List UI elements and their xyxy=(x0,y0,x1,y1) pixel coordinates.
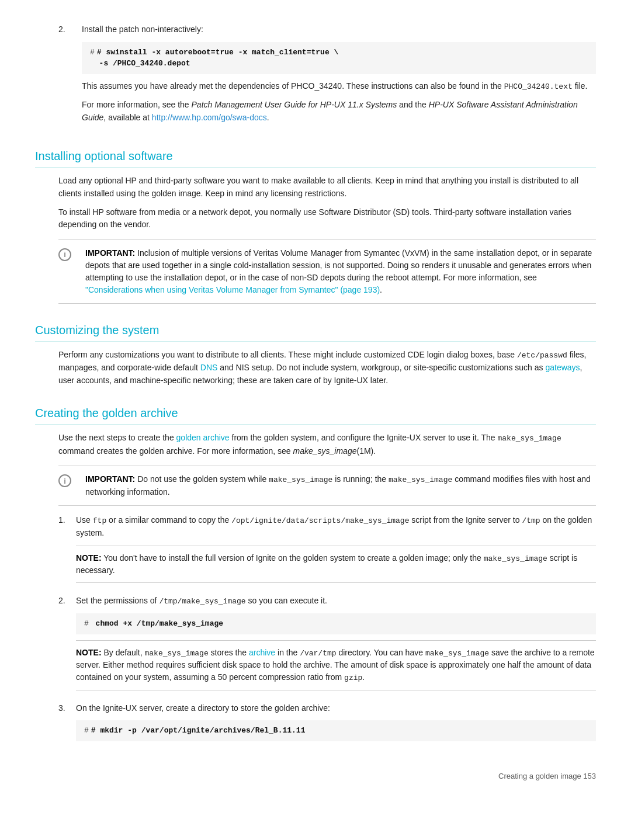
golden-step3: 3. On the Ignite-UX server, create a dir… xyxy=(58,702,596,747)
tmp-make-sys-image-code: /tmp/make_sys_image xyxy=(159,597,245,606)
footer-text: Creating a golden image 153 xyxy=(498,770,596,782)
golden-step2-code: # chmod +x /tmp/make_sys_image xyxy=(76,613,596,634)
step2-para2: For more information, see the Patch Mana… xyxy=(82,99,596,124)
step2-code-line1: # swinstall -x autoreboot=true -x match_… xyxy=(97,47,338,58)
info-circle-icon-2: i xyxy=(58,474,71,487)
hash-symbol: # xyxy=(90,48,95,57)
golden-step1: 1. Use ftp or a similar command to copy … xyxy=(58,514,596,589)
gzip-code: gzip xyxy=(344,674,362,682)
mkdir-code: # mkdir -p /var/opt/ignite/archives/Rel_… xyxy=(91,726,306,735)
golden-note2-text: By default, make_sys_image stores the ar… xyxy=(76,648,595,682)
golden-step3-content: On the Ignite-UX server, create a direct… xyxy=(76,702,596,747)
step2-para1: This assumes you have already met the de… xyxy=(82,80,596,93)
scripts-path-code: /opt/ignite/data/scripts/make_sys_image xyxy=(231,516,409,525)
golden-step3-text: On the Ignite-UX server, create a direct… xyxy=(76,702,596,715)
golden-step3-num: 3. xyxy=(58,702,76,747)
golden-step2-content: Set the permissions of /tmp/make_sys_ima… xyxy=(76,595,596,696)
golden-content: Use the next steps to create the golden … xyxy=(58,432,596,747)
golden-archive-link[interactable]: golden archive xyxy=(176,433,230,442)
golden-step3-code: ## mkdir -p /var/opt/ignite/archives/Rel… xyxy=(76,720,596,741)
important-icon-installing: i xyxy=(58,248,79,261)
archive-link[interactable]: archive xyxy=(249,648,275,657)
make-sys-image-italic: make_sys_image xyxy=(293,446,357,456)
dns-link[interactable]: DNS xyxy=(200,363,218,372)
hash-symbol-3: # xyxy=(84,726,89,735)
step2-number: 2. xyxy=(58,23,82,130)
patch-mgmt-guide: Patch Management User Guide for HP-UX 11… xyxy=(192,100,397,109)
important-icon-golden: i xyxy=(58,474,79,487)
golden-step1-content: Use ftp or a similar command to copy the… xyxy=(76,514,596,589)
installing-para2: To install HP software from media or a n… xyxy=(58,206,596,231)
step2-content: Install the patch non-interactively: ## … xyxy=(82,23,596,130)
customizing-para1: Perform any customizations you want to d… xyxy=(58,349,596,387)
make-sys-image-note2: make_sys_image xyxy=(145,649,209,658)
installing-important: i IMPORTANT: Inclusion of multiple versi… xyxy=(58,239,596,304)
golden-step1-text: Use ftp or a similar command to copy the… xyxy=(76,514,596,540)
make-sys-image-code1: make_sys_image xyxy=(498,434,561,443)
make-sys-image-note1: make_sys_image xyxy=(484,554,547,563)
info-circle-icon: i xyxy=(58,248,71,261)
section-golden: Creating the golden archive Use the next… xyxy=(35,404,596,747)
important-body: IMPORTANT: Inclusion of multiple version… xyxy=(85,247,596,296)
step2-code-line2: -s /PHCO_34240.depot xyxy=(90,59,190,68)
swa-docs-link[interactable]: http://www.hp.com/go/swa-docs xyxy=(152,113,267,122)
golden-important: i IMPORTANT: Do not use the golden syste… xyxy=(58,466,596,506)
golden-important-text: Do not use the golden system while make_… xyxy=(85,474,591,497)
ftp-code: ftp xyxy=(93,516,106,525)
veritas-link[interactable]: "Considerations when using Veritas Volum… xyxy=(85,285,380,294)
golden-important-label: IMPORTANT: xyxy=(85,474,135,484)
page-footer: Creating a golden image 153 xyxy=(35,770,596,782)
golden-note1-label: NOTE: xyxy=(76,553,102,563)
golden-step2-num: 2. xyxy=(58,595,76,696)
step2-container: 2. Install the patch non-interactively: … xyxy=(58,23,596,130)
phco-text-ref: PHCO_34240.text xyxy=(504,82,573,91)
etc-passwd-code: /etc/passwd xyxy=(517,351,567,360)
section-installing: Installing optional software Load any op… xyxy=(35,147,596,304)
make-sys-image-note2b: make_sys_image xyxy=(425,649,489,658)
golden-step1-num: 1. xyxy=(58,514,76,589)
important-label-installing: IMPORTANT: xyxy=(85,248,135,258)
installing-heading: Installing optional software xyxy=(35,147,596,168)
make-sys-image-code3: make_sys_image xyxy=(389,475,452,484)
golden-note1: NOTE: You don't have to install the full… xyxy=(76,546,596,584)
make-sys-image-code2: make_sys_image xyxy=(269,475,332,484)
golden-para1: Use the next steps to create the golden … xyxy=(58,432,596,457)
golden-note1-text: You don't have to install the full versi… xyxy=(76,553,577,575)
hash-symbol-2: # xyxy=(84,619,89,628)
golden-step2-text: Set the permissions of /tmp/make_sys_ima… xyxy=(76,595,596,608)
installing-content: Load any optional HP and third-party sof… xyxy=(58,175,596,304)
golden-note2: NOTE: By default, make_sys_image stores … xyxy=(76,640,596,690)
intro-step2: 2. Install the patch non-interactively: … xyxy=(58,23,596,130)
step2-code: ## swinstall -x autoreboot=true -x match… xyxy=(82,42,596,74)
important-text-installing: Inclusion of multiple versions of Verita… xyxy=(85,248,592,294)
customizing-heading: Customizing the system xyxy=(35,321,596,342)
customizing-content: Perform any customizations you want to d… xyxy=(58,349,596,387)
var-tmp-code: /var/tmp xyxy=(300,649,336,658)
chmod-code: chmod +x /tmp/make_sys_image xyxy=(91,619,223,628)
golden-heading: Creating the golden archive xyxy=(35,404,596,425)
golden-note2-label: NOTE: xyxy=(76,648,102,657)
installing-para1: Load any optional HP and third-party sof… xyxy=(58,175,596,200)
section-customizing: Customizing the system Perform any custo… xyxy=(35,321,596,387)
golden-step2: 2. Set the permissions of /tmp/make_sys_… xyxy=(58,595,596,696)
gateways-link[interactable]: gateways xyxy=(545,363,580,372)
golden-important-body: IMPORTANT: Do not use the golden system … xyxy=(85,473,596,498)
step2-label: Install the patch non-interactively: xyxy=(82,23,596,36)
tmp-code: /tmp xyxy=(522,516,540,525)
